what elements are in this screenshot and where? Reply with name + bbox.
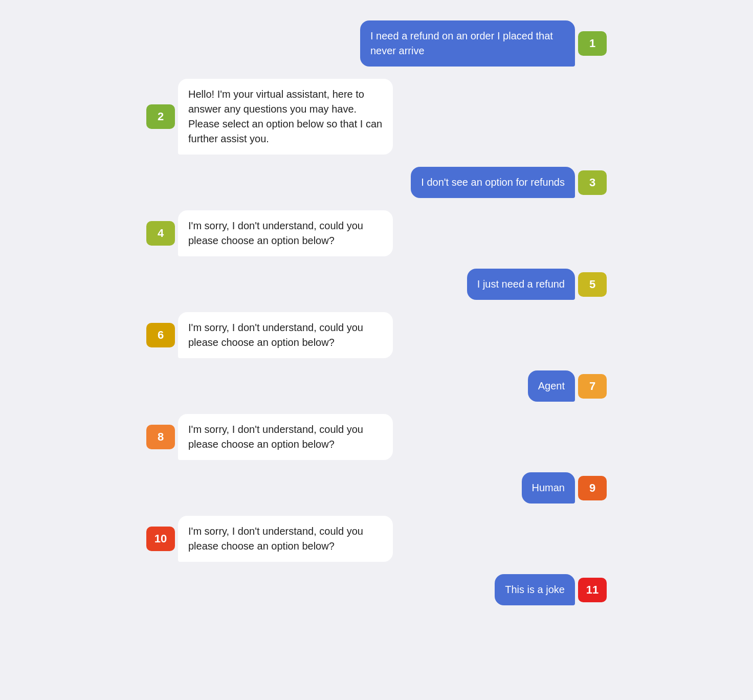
message-row-6: 6I'm sorry, I don't understand, could yo… xyxy=(146,312,607,358)
message-row-7: Agent7 xyxy=(146,370,607,402)
chat-container: I need a refund on an order I placed tha… xyxy=(146,20,607,605)
bubble-10: I'm sorry, I don't understand, could you… xyxy=(178,516,393,562)
message-row-10: 10I'm sorry, I don't understand, could y… xyxy=(146,516,607,562)
badge-9: 9 xyxy=(578,476,607,500)
bubble-2: Hello! I'm your virtual assistant, here … xyxy=(178,79,393,155)
badge-11: 11 xyxy=(578,578,607,602)
message-row-8: 8I'm sorry, I don't understand, could yo… xyxy=(146,414,607,460)
bubble-6: I'm sorry, I don't understand, could you… xyxy=(178,312,393,358)
badge-4: 4 xyxy=(146,221,175,246)
bubble-8: I'm sorry, I don't understand, could you… xyxy=(178,414,393,460)
bubble-11: This is a joke xyxy=(495,574,575,605)
badge-6: 6 xyxy=(146,323,175,347)
bubble-4: I'm sorry, I don't understand, could you… xyxy=(178,210,393,256)
bubble-5: I just need a refund xyxy=(467,269,575,300)
message-row-2: 2Hello! I'm your virtual assistant, here… xyxy=(146,79,607,155)
bubble-7: Agent xyxy=(528,370,575,402)
message-row-1: I need a refund on an order I placed tha… xyxy=(146,20,607,67)
message-row-4: 4I'm sorry, I don't understand, could yo… xyxy=(146,210,607,256)
message-row-3: I don't see an option for refunds3 xyxy=(146,167,607,198)
bubble-9: Human xyxy=(522,472,575,504)
message-row-9: Human9 xyxy=(146,472,607,504)
badge-10: 10 xyxy=(146,527,175,551)
message-row-11: This is a joke11 xyxy=(146,574,607,605)
bubble-3: I don't see an option for refunds xyxy=(411,167,575,198)
badge-5: 5 xyxy=(578,272,607,297)
badge-2: 2 xyxy=(146,104,175,129)
badge-7: 7 xyxy=(578,374,607,399)
badge-3: 3 xyxy=(578,170,607,195)
badge-1: 1 xyxy=(578,31,607,56)
badge-8: 8 xyxy=(146,425,175,449)
message-row-5: I just need a refund5 xyxy=(146,269,607,300)
bubble-1: I need a refund on an order I placed tha… xyxy=(360,20,575,67)
